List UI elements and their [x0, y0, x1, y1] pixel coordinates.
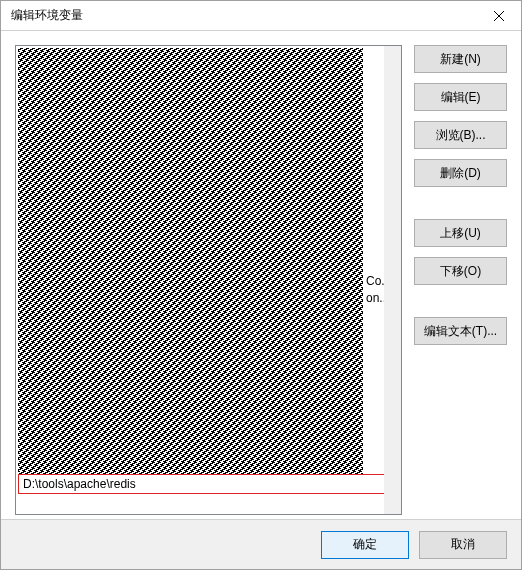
browse-button[interactable]: 浏览(B)...	[414, 121, 507, 149]
delete-button[interactable]: 删除(D)	[414, 159, 507, 187]
env-var-dialog: 编辑环境变量 Co... on... 新建(N) 编辑(E) 浏览(B)... …	[0, 0, 522, 570]
path-edit-input[interactable]	[18, 474, 388, 494]
new-button[interactable]: 新建(N)	[414, 45, 507, 73]
dialog-title: 编辑环境变量	[11, 7, 476, 24]
ok-button[interactable]: 确定	[321, 531, 409, 559]
edit-button[interactable]: 编辑(E)	[414, 83, 507, 111]
content-area: Co... on... 新建(N) 编辑(E) 浏览(B)... 删除(D) 上…	[1, 31, 521, 519]
list-highlight-block	[18, 48, 363, 476]
close-button[interactable]	[476, 1, 521, 31]
scrollbar[interactable]	[384, 46, 401, 514]
side-button-column: 新建(N) 编辑(E) 浏览(B)... 删除(D) 上移(U) 下移(O) 编…	[414, 45, 507, 519]
move-up-button[interactable]: 上移(U)	[414, 219, 507, 247]
titlebar: 编辑环境变量	[1, 1, 521, 31]
button-gap	[414, 295, 507, 307]
close-icon	[494, 11, 504, 21]
dialog-footer: 确定 取消	[1, 519, 521, 569]
path-list[interactable]: Co... on...	[15, 45, 402, 515]
cancel-button[interactable]: 取消	[419, 531, 507, 559]
button-gap	[414, 197, 507, 209]
edit-text-button[interactable]: 编辑文本(T)...	[414, 317, 507, 345]
move-down-button[interactable]: 下移(O)	[414, 257, 507, 285]
